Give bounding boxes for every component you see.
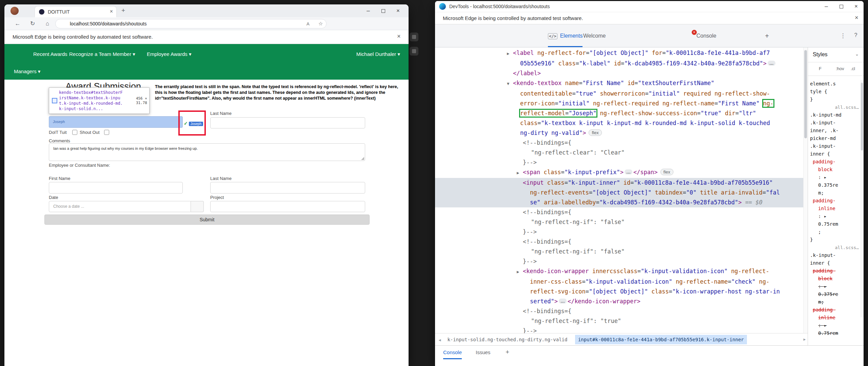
dom-node-line[interactable]: <!--bindings={: [435, 138, 803, 148]
infobar-close-icon[interactable]: ×: [397, 33, 401, 40]
style-rule-line[interactable]: 0.375re: [808, 181, 864, 189]
style-rule-line[interactable]: .k-input-: [808, 142, 864, 150]
focus-mode-icon[interactable]: [475, 32, 482, 40]
new-tab-button[interactable]: +: [121, 7, 125, 14]
dom-node-line[interactable]: "ng-reflect-clear": "Clear": [435, 148, 803, 158]
profile-avatar[interactable]: [11, 7, 19, 15]
dom-node-line[interactable]: reflect-svg-icon="[object Object]" class…: [435, 287, 803, 297]
style-rule-line[interactable]: inner {: [808, 259, 864, 267]
style-rule-line[interactable]: : ▸: [808, 283, 864, 290]
device-emulation-icon[interactable]: [457, 32, 465, 40]
style-rule-line[interactable]: : ▸: [808, 322, 864, 329]
tab-elements[interactable]: </>Elements: [548, 24, 583, 47]
style-rule-line[interactable]: block: [808, 166, 864, 174]
minimize-button[interactable]: –: [361, 4, 376, 17]
url-text[interactable]: localhost:5000/doitawards/shoutouts: [70, 21, 146, 26]
devtools-infobar-close-icon[interactable]: ×: [855, 14, 859, 21]
style-rule-line[interactable]: .k-input-md: [808, 111, 864, 119]
dom-node-line[interactable]: contenteditable="true" showerroricon="in…: [435, 89, 803, 99]
back-button[interactable]: ←: [14, 20, 21, 27]
expand-inline-button[interactable]: …: [768, 61, 775, 66]
dom-node-line[interactable]: "ng-reflect-ng-if": "true": [435, 316, 803, 326]
flex-badge[interactable]: flex: [589, 129, 601, 136]
style-rule-line[interactable]: : ▸: [808, 174, 864, 181]
devtools-close-button[interactable]: ×: [849, 1, 864, 13]
style-rule-line[interactable]: 0.75rem: [808, 329, 864, 337]
date-input[interactable]: Choose a date ...: [49, 201, 191, 212]
network-conditions-icon[interactable]: [680, 32, 688, 40]
dom-node-line[interactable]: </label>: [435, 68, 803, 78]
drawer-layout-icon[interactable]: [835, 349, 843, 357]
refresh-button[interactable]: ↻: [29, 20, 36, 27]
performance-gauge-icon[interactable]: [702, 32, 709, 40]
issues-bug-icon[interactable]: [662, 32, 669, 40]
drawer-tab-console[interactable]: Console: [443, 346, 462, 359]
drawer-add-tab-icon[interactable]: +: [506, 348, 509, 356]
dom-node-line[interactable]: ▶<kendo-icon-wrapper innercssclass="k-in…: [435, 266, 803, 277]
user-menu[interactable]: Michael Durthaler ▾: [265, 51, 400, 57]
style-rule-line[interactable]: padding-: [808, 158, 864, 166]
comments-textarea[interactable]: Ian was a great help figuring out why my…: [49, 143, 365, 161]
dom-node-line[interactable]: serted">…</kendo-icon-wrapper>: [435, 297, 803, 306]
dom-node-line[interactable]: 05b55e916" class="k-label" id="k-dcab498…: [435, 59, 803, 68]
drawer-screencast-icon[interactable]: [851, 349, 859, 357]
style-rule-line[interactable]: block: [808, 275, 864, 283]
toggle-hover-state-button[interactable]: :hov: [836, 66, 844, 71]
employee-last-name-input[interactable]: [210, 182, 365, 194]
background-app-icon-1[interactable]: [410, 33, 418, 41]
style-rule-line[interactable]: }: [808, 96, 864, 103]
style-rule-line[interactable]: padding-: [808, 306, 864, 314]
breadcrumb-selected[interactable]: input#k-00011c8a-fe1e-441a-b9bd-af705b55…: [575, 335, 747, 344]
dom-node-line[interactable]: ng-reflect-events="[object Object]" tabi…: [435, 188, 803, 198]
dom-node-line[interactable]: ▼<kendo-textbox name="First Name" id="te…: [435, 78, 803, 89]
stylesheet-link[interactable]: all.scss…: [808, 103, 864, 111]
style-rule-line[interactable]: .k-input-: [808, 251, 864, 259]
crumbs-scroll-right-icon[interactable]: ▶: [803, 333, 806, 346]
drawer-tab-issues[interactable]: Issues: [476, 346, 490, 359]
expand-arrow-icon[interactable]: ▶: [507, 49, 513, 59]
style-rule-line[interactable]: inner, .k-: [808, 127, 864, 135]
style-rule-line[interactable]: padding-: [808, 267, 864, 275]
expand-arrow-icon[interactable]: ▶: [517, 168, 523, 178]
nav-employee-awards[interactable]: Employee Awards ▾: [147, 51, 191, 57]
page-info-icon[interactable]: [60, 21, 66, 27]
close-button[interactable]: ×: [391, 4, 406, 17]
style-rule-line[interactable]: element.s: [808, 80, 864, 88]
devtools-minimize-button[interactable]: –: [819, 1, 834, 13]
elements-scrollbar[interactable]: [803, 47, 808, 333]
maximize-button[interactable]: [376, 4, 391, 17]
flex-badge[interactable]: flex: [660, 169, 673, 175]
first-name-input-highlighted[interactable]: Joseph: [49, 116, 183, 128]
style-rule-line[interactable]: }: [808, 236, 864, 244]
dom-node-line[interactable]: se" aria-labelledby="k-dcab4985-f169-434…: [435, 198, 803, 207]
dom-node-line[interactable]: }-->: [435, 158, 803, 167]
style-rule-line[interactable]: .k-input-: [808, 119, 864, 127]
styles-collapse-chevron-icon[interactable]: ⌄: [855, 52, 859, 57]
collapse-arrow-icon[interactable]: ▼: [507, 79, 513, 89]
workspaces-icon[interactable]: [22, 8, 27, 14]
breadcrumb-parent[interactable]: k-input-solid.ng-touched.ng-dirty.ng-val…: [447, 337, 567, 342]
dom-node-line[interactable]: <!--bindings={: [435, 306, 803, 316]
nav-recognize-team-member[interactable]: Recognize a Team Member ▾: [69, 51, 135, 57]
style-rule-line[interactable]: inline: [808, 205, 864, 212]
project-input[interactable]: [210, 201, 365, 212]
dom-node-line[interactable]: error-icon="initial" ng-reflect-required…: [435, 99, 803, 108]
expand-arrow-icon[interactable]: ▶: [517, 267, 523, 277]
dom-node-line[interactable]: class="k-textbox k-input k-input-md k-ro…: [435, 118, 803, 128]
nav-managers[interactable]: Managers ▾: [14, 68, 40, 75]
shout-out-checkbox[interactable]: [104, 130, 109, 135]
dom-node-line[interactable]: }-->: [435, 257, 803, 266]
style-rule-line[interactable]: inline: [808, 314, 864, 322]
more-tabs-plus-icon[interactable]: +: [763, 32, 771, 40]
dom-node-line[interactable]: ▶<span class="k-input-prefix">…</span>fl…: [435, 167, 803, 178]
devtools-help-icon[interactable]: ?: [852, 32, 860, 40]
dom-node-line[interactable]: "ng-reflect-ng-if": "false": [435, 247, 803, 257]
tab-close-icon[interactable]: ×: [110, 8, 113, 15]
last-name-input[interactable]: [210, 117, 365, 128]
style-rule-line[interactable]: padding-: [808, 197, 864, 205]
style-rule-line[interactable]: m;: [808, 298, 864, 306]
dom-node-line[interactable]: inner-css-class="k-input-validation-icon…: [435, 277, 803, 287]
style-rule-line[interactable]: 0.375re: [808, 290, 864, 298]
dom-node-line[interactable]: <!--bindings={: [435, 207, 803, 217]
home-button[interactable]: ⌂: [44, 20, 51, 27]
